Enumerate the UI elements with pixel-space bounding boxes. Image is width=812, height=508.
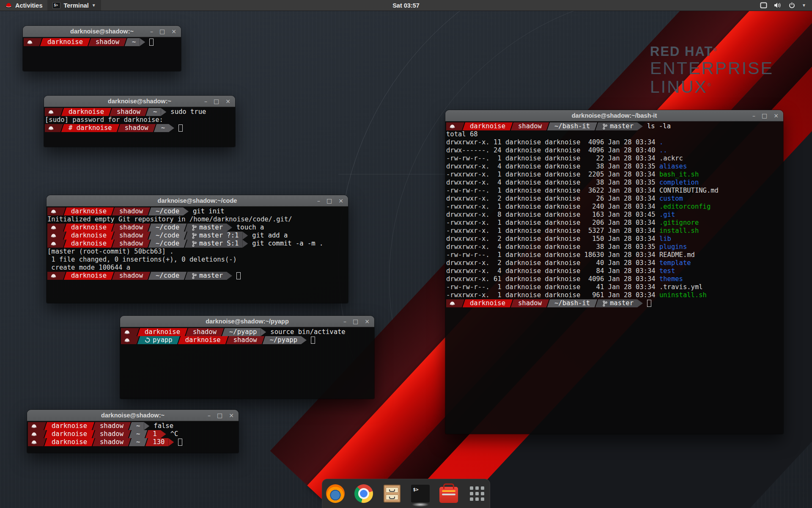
powerline-separator <box>152 124 157 132</box>
close-button[interactable]: × <box>229 412 234 418</box>
minimize-button[interactable]: – <box>317 198 320 204</box>
minimize-button[interactable]: – <box>208 412 211 418</box>
file-attributes: drwxrwxr-x. 8 darknoise darknoise 163 Ja… <box>446 211 659 218</box>
app-menu-terminal[interactable]: $> Terminal ▼ <box>47 0 101 11</box>
maximize-button[interactable]: □ <box>762 113 767 119</box>
minimize-button[interactable]: – <box>752 113 755 119</box>
prompt-segment-user: darknoise <box>67 272 110 280</box>
close-button[interactable]: × <box>774 113 779 119</box>
dock-item-show-applications[interactable] <box>467 484 487 503</box>
prompt-segment-text: ~ <box>161 124 165 132</box>
minimize-button[interactable]: – <box>204 98 207 104</box>
file-attributes: -rw-rw-r--. 1 darknoise darknoise 18630 … <box>446 251 659 259</box>
prompt-segment-text: 1 <box>153 430 156 438</box>
powerline-arrow <box>637 299 643 307</box>
powerline-separator <box>116 124 121 132</box>
terminal-output-line: drwxrwxr-x. 2 darknoise darknoise 150 Ja… <box>446 235 783 243</box>
prompt-segment-hat <box>446 122 461 130</box>
dir-name: plugins <box>659 243 687 251</box>
terminal-output-line: drwxrwxr-x. 2 darknoise darknoise 40 Jan… <box>446 259 783 267</box>
powerline-separator <box>38 38 44 46</box>
prompt-segment-user: darknoise <box>67 224 110 232</box>
redhat-icon <box>31 440 37 444</box>
close-button[interactable]: × <box>365 318 370 324</box>
prompt-line: darknoiseshadow~/codemastertouch a <box>47 224 348 232</box>
maximize-button[interactable]: □ <box>326 198 332 204</box>
prompt-segment-git: master <box>188 224 227 232</box>
maximize-button[interactable]: □ <box>353 318 358 324</box>
prompt-segment-user: darknoise <box>67 232 110 240</box>
terminal-output-line: drwxrwxr-x. 2 darknoise darknoise 26 Jan… <box>446 195 783 203</box>
prompt-segment-hat <box>47 232 62 240</box>
powerline-separator <box>136 336 141 344</box>
prompt-segment-text: shadow <box>193 328 217 336</box>
prompt-segment-hat <box>28 438 43 446</box>
prompt-line: darknoiseshadow~/bash-itmasterls -la <box>446 122 783 130</box>
prompt-segment-text: ~ <box>153 108 157 116</box>
prompt-segment-hat <box>28 422 43 430</box>
maximize-button[interactable]: □ <box>159 28 165 34</box>
prompt-segment-text: shadow <box>119 232 143 240</box>
prompt-segment-path: ~ <box>132 438 144 446</box>
terminal-content[interactable]: darknoiseshadow~ <box>23 37 181 71</box>
prompt-segment-hat <box>45 108 60 116</box>
terminal-cursor <box>236 272 241 279</box>
file-attributes: drwxrwxr-x. 11 darknoise darknoise 4096 … <box>446 138 659 146</box>
dir-name: test <box>659 267 675 275</box>
power-icon <box>789 2 795 8</box>
terminal-content[interactable]: darknoiseshadow~/bash-itmasterls -latota… <box>445 121 783 434</box>
window-titlebar[interactable]: darknoise@shadow:~/pyapp–□× <box>120 316 374 327</box>
file-attributes: drwxrwxr-x. 4 darknoise darknoise 38 Jan… <box>446 179 659 186</box>
dir-name: template <box>659 259 691 267</box>
minimize-button[interactable]: – <box>150 28 153 34</box>
powerline-separator <box>147 224 152 232</box>
window-titlebar[interactable]: darknoise@shadow:~–□× <box>44 96 235 107</box>
window-titlebar[interactable]: darknoise@shadow:~/bash-it–□× <box>445 110 783 121</box>
file-attributes: -rwxrwxr-x. 1 darknoise darknoise 961 Ja… <box>446 291 659 299</box>
terminal-content[interactable]: darknoiseshadow~falsedarknoiseshadow~1^C… <box>27 421 239 453</box>
terminal-output-line: drwxrwxr-x. 4 darknoise darknoise 84 Jan… <box>446 267 783 275</box>
window-title: darknoise@shadow:~/bash-it <box>572 112 657 119</box>
window-title: darknoise@shadow:~ <box>101 412 165 419</box>
terminal-output-line: create mode 100644 a <box>47 264 348 272</box>
prompt-segment-text: ~ <box>132 38 136 46</box>
prompt-segment-host: shadow <box>230 336 261 344</box>
activities-button[interactable]: Activities <box>0 0 47 11</box>
terminal-output-line: -rw-rw-r--. 1 darknoise darknoise 41 Jan… <box>446 283 783 291</box>
dock-item-terminal[interactable]: $> <box>411 484 430 503</box>
powerline-separator <box>110 232 115 240</box>
window-titlebar[interactable]: darknoise@shadow:~–□× <box>27 410 239 421</box>
terminal-content[interactable]: darknoiseshadow~/codegit initInitialized… <box>47 207 348 303</box>
prompt-line: darknoiseshadow~/pyappsource bin/activat… <box>121 328 374 336</box>
powerline-separator <box>123 38 128 46</box>
terminal-cursor <box>178 124 183 132</box>
file-name: CONTRIBUTING.md <box>659 187 719 194</box>
close-button[interactable]: × <box>338 198 343 204</box>
redhat-icon <box>50 209 57 214</box>
dock-item-software-toolbox[interactable] <box>439 484 458 503</box>
terminal-content[interactable]: darknoiseshadow~/pyappsource bin/activat… <box>120 327 374 399</box>
dock-item-files[interactable] <box>382 484 402 503</box>
redhat-icon <box>50 241 57 246</box>
dock-item-firefox[interactable] <box>326 484 345 503</box>
close-button[interactable]: × <box>225 98 230 104</box>
clock[interactable]: Sat 03:57 <box>0 2 812 9</box>
prompt-segment-text: darknoise <box>71 240 107 248</box>
git-branch-icon <box>192 241 197 247</box>
file-attributes: drwx------. 24 darknoise darknoise 4096 … <box>446 146 659 154</box>
maximize-button[interactable]: □ <box>217 412 222 418</box>
dock-item-chrome[interactable] <box>354 484 373 503</box>
maximize-button[interactable]: □ <box>214 98 219 104</box>
terminal-output-line: -rw-rw-r--. 1 darknoise darknoise 22 Jan… <box>446 155 783 163</box>
prompt-segment-text: darknoise <box>470 299 505 307</box>
prompt-segment-hat <box>47 240 62 248</box>
prompt-segment-text: darknoise <box>52 422 87 430</box>
prompt-segment-user: darknoise <box>67 207 110 215</box>
minimize-button[interactable]: – <box>343 318 346 324</box>
window-titlebar[interactable]: darknoise@shadow:~/code–□× <box>47 195 348 207</box>
window-titlebar[interactable]: darknoise@shadow:~–□× <box>23 26 181 37</box>
system-status-area[interactable]: ▼ <box>760 0 812 11</box>
prompt-segment-text: darknoise <box>145 328 180 336</box>
close-button[interactable]: × <box>171 28 176 34</box>
terminal-content[interactable]: darknoiseshadow~sudo true[sudo] password… <box>44 107 235 147</box>
